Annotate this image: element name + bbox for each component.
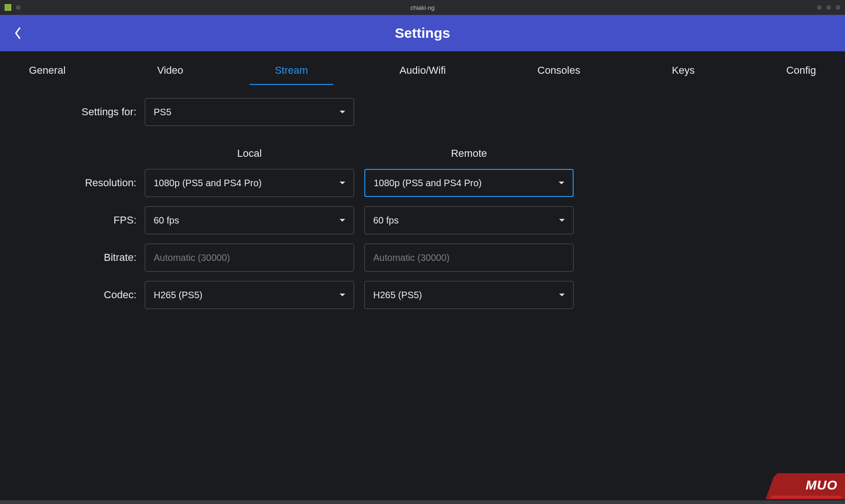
window-titlebar: chiaki-ng — [0, 0, 845, 15]
resolution-local-select[interactable]: 1080p (PS5 and PS4 Pro) — [145, 169, 354, 197]
settings-for-select[interactable]: PS5 — [145, 98, 354, 126]
page-header: Settings — [0, 15, 845, 51]
bitrate-local-placeholder: Automatic (30000) — [154, 252, 230, 263]
column-header-remote: Remote — [364, 147, 574, 160]
resolution-remote-select[interactable]: 1080p (PS5 and PS4 Pro) — [364, 169, 574, 197]
window-minimize-button[interactable] — [817, 5, 822, 10]
window-maximize-button[interactable] — [826, 5, 831, 10]
codec-remote-select[interactable]: H265 (PS5) — [364, 281, 574, 309]
resolution-local-value: 1080p (PS5 and PS4 Pro) — [154, 178, 262, 189]
fps-remote-value: 60 fps — [373, 215, 398, 226]
chevron-down-icon — [340, 111, 345, 113]
titlebar-dot-left — [16, 5, 21, 10]
tab-general[interactable]: General — [27, 62, 67, 84]
chevron-down-icon — [559, 294, 565, 296]
settings-for-value: PS5 — [154, 107, 171, 118]
settings-for-label: Settings for: — [0, 106, 145, 118]
bitrate-label: Bitrate: — [0, 252, 145, 264]
fps-remote-select[interactable]: 60 fps — [364, 206, 574, 234]
codec-local-value: H265 (PS5) — [154, 290, 203, 301]
tabs: General Video Stream Audio/Wifi Consoles… — [0, 51, 845, 89]
chevron-down-icon — [559, 182, 564, 184]
column-header-local: Local — [145, 147, 354, 160]
fps-local-value: 60 fps — [154, 215, 179, 226]
codec-remote-value: H265 (PS5) — [373, 290, 422, 301]
bitrate-remote-input[interactable]: Automatic (30000) — [364, 244, 574, 272]
fps-label: FPS: — [0, 214, 145, 226]
muo-watermark: MUO — [766, 473, 845, 499]
codec-local-select[interactable]: H265 (PS5) — [145, 281, 354, 309]
window-title: chiaki-ng — [410, 4, 434, 11]
tab-video[interactable]: Video — [155, 62, 185, 84]
tab-consoles[interactable]: Consoles — [536, 62, 582, 84]
stream-settings-form: Settings for: PS5 Local Remote Resolutio… — [0, 89, 845, 309]
window-close-button[interactable] — [836, 5, 840, 10]
chevron-down-icon — [340, 219, 345, 222]
chevron-down-icon — [340, 182, 345, 184]
tab-keys[interactable]: Keys — [670, 62, 696, 84]
tab-audio-wifi[interactable]: Audio/Wifi — [398, 62, 447, 84]
fps-local-select[interactable]: 60 fps — [145, 206, 354, 234]
tab-stream[interactable]: Stream — [273, 62, 310, 84]
tab-config[interactable]: Config — [784, 62, 818, 84]
chevron-down-icon — [559, 219, 565, 222]
resolution-remote-value: 1080p (PS5 and PS4 Pro) — [374, 178, 482, 189]
chevron-left-icon — [14, 27, 21, 39]
page-title: Settings — [395, 25, 450, 41]
app-icon — [5, 4, 11, 11]
chevron-down-icon — [340, 294, 345, 296]
bitrate-remote-placeholder: Automatic (30000) — [373, 252, 449, 263]
codec-label: Codec: — [0, 289, 145, 301]
bitrate-local-input[interactable]: Automatic (30000) — [145, 244, 354, 272]
back-button[interactable] — [0, 15, 36, 51]
watermark-text: MUO — [806, 478, 838, 493]
resolution-label: Resolution: — [0, 177, 145, 189]
bottom-edge — [0, 500, 845, 504]
